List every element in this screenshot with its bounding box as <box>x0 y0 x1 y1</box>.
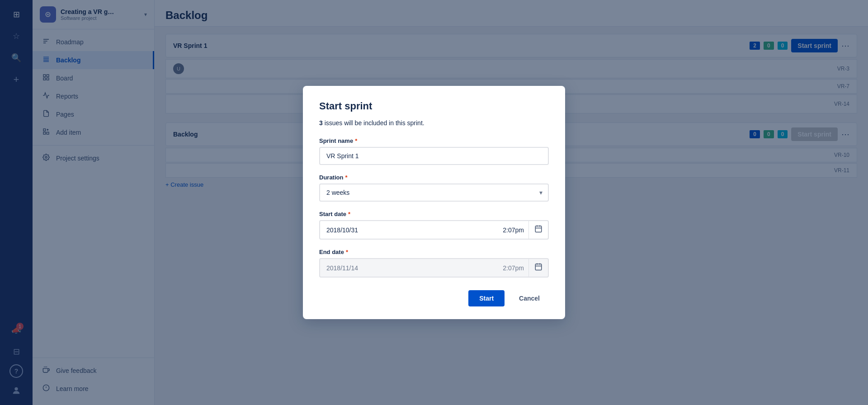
issues-count: 3 <box>319 119 323 127</box>
modal-overlay: Start sprint 3 issues will be included i… <box>0 0 868 405</box>
start-date-label: Start date * <box>319 211 549 217</box>
start-button[interactable]: Start <box>468 290 505 306</box>
duration-select[interactable]: 1 week 2 weeks 3 weeks 4 weeks Custom <box>319 184 549 202</box>
required-indicator: * <box>355 137 357 144</box>
svg-rect-17 <box>535 226 542 232</box>
modal-actions: Start Cancel <box>319 290 549 306</box>
sprint-name-group: Sprint name * <box>319 137 549 165</box>
start-date-calendar-button[interactable] <box>528 221 548 239</box>
end-date-calendar-button[interactable] <box>528 259 548 277</box>
end-date-label: End date * <box>319 249 549 255</box>
duration-label: Duration * <box>319 174 549 181</box>
required-indicator: * <box>348 211 350 217</box>
end-date-value: 2018/11/14 <box>320 260 498 276</box>
duration-select-wrapper: 1 week 2 weeks 3 weeks 4 weeks Custom ▾ <box>319 184 549 202</box>
modal-description-suffix: issues will be included in this sprint. <box>325 119 425 127</box>
required-indicator: * <box>346 249 348 255</box>
end-date-input-wrapper: 2018/11/14 2:07pm <box>319 258 549 278</box>
cancel-button[interactable]: Cancel <box>510 290 549 306</box>
start-time-value: 2:07pm <box>498 222 528 238</box>
sprint-name-label: Sprint name * <box>319 137 549 144</box>
duration-group: Duration * 1 week 2 weeks 3 weeks 4 week… <box>319 174 549 202</box>
required-indicator: * <box>345 174 347 181</box>
svg-rect-21 <box>535 264 542 270</box>
modal-description: 3 issues will be included in this sprint… <box>319 119 549 127</box>
sprint-name-input[interactable] <box>319 147 549 165</box>
start-date-input-wrapper: 2018/10/31 2:07pm <box>319 220 549 240</box>
start-sprint-modal: Start sprint 3 issues will be included i… <box>303 86 565 319</box>
start-date-value: 2018/10/31 <box>320 222 498 238</box>
modal-title: Start sprint <box>319 100 549 112</box>
end-time-value: 2:07pm <box>498 260 528 276</box>
start-date-group: Start date * 2018/10/31 2:07pm <box>319 211 549 240</box>
end-date-group: End date * 2018/11/14 2:07pm <box>319 249 549 278</box>
